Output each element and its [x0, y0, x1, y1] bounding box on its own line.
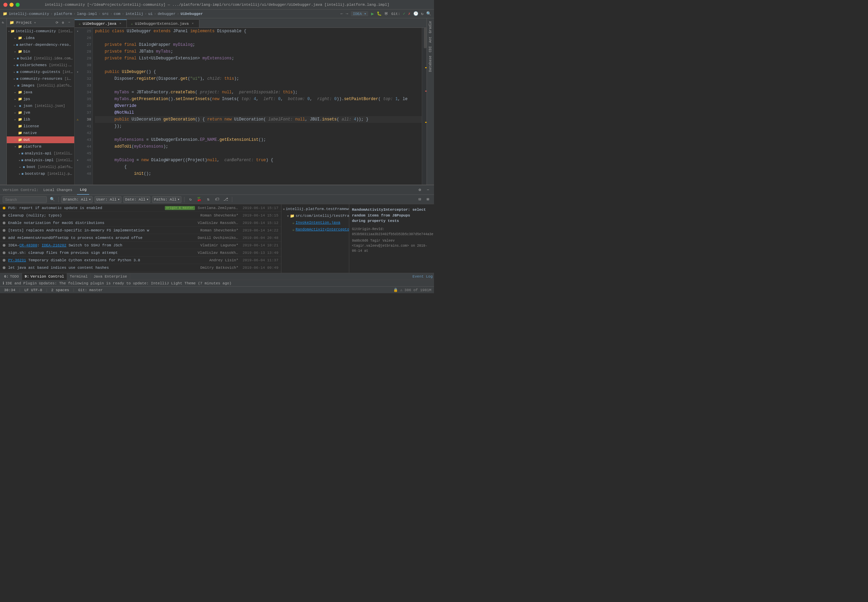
tree-item-out[interactable]: ▸ 📁 out [7, 137, 74, 143]
panel-layout2-icon[interactable]: ⊞ [424, 196, 431, 203]
breadcrumb-platform[interactable]: platform [54, 12, 72, 16]
vc-search-icon[interactable]: 🔍 [49, 196, 56, 203]
vc-minimize-icon[interactable]: − [424, 187, 431, 194]
paths-dropdown[interactable]: Paths: All ▾ [152, 196, 181, 203]
heap-usage[interactable]: 386 of 1981M [404, 288, 431, 292]
ant-panel-label[interactable]: Ant [428, 35, 433, 44]
commit-row-6[interactable]: sign.sh: cleanup files from previous sig… [0, 249, 281, 256]
git-check-icon[interactable]: ✓ [403, 11, 405, 16]
code-lines[interactable]: public class UiDebugger extends JPanel i… [93, 28, 422, 184]
file-tree-random[interactable]: ☕ RandomActivityInterceptor.java [282, 226, 349, 233]
user-dropdown[interactable]: User: All ▾ [95, 196, 121, 203]
tree-item-analysis-impl[interactable]: ▸ ◼ analysis-impl [intellij.platform.ana… [7, 157, 74, 164]
tree-item-jvm[interactable]: ▸ 📁 jvm [7, 109, 74, 116]
commit-row-1[interactable]: Cleanup (nullity; typos) Roman Shevchenk… [0, 212, 281, 219]
file-tree-module[interactable]: ▾ intellij.platform.testFramework 2 file… [282, 206, 349, 212]
tree-item-lib[interactable]: ▸ 📁 lib [7, 116, 74, 123]
invoke-file-label[interactable]: InvokeIntention.java [295, 221, 340, 225]
coverage-icon[interactable]: ⛨ [384, 11, 389, 16]
branch-compare-icon[interactable]: ⇅ [205, 196, 211, 203]
tree-item-guitests[interactable]: ▸ ◼ community-guitests [intellij.idea.co… [7, 69, 74, 75]
commit-row-5[interactable]: IDEA-CR-48380: IDEA-216202 Switch to SSH… [0, 242, 281, 249]
tag-icon[interactable]: 🏷 [214, 196, 220, 203]
breadcrumb-current[interactable]: UiDebugger [181, 12, 203, 16]
file-tree-dir[interactable]: ▾ 📁 src/com/intellij/testFramework/prope… [282, 212, 349, 219]
sync-icon[interactable]: ⟳ [55, 20, 59, 25]
project-strip-icon[interactable]: P [1, 20, 6, 25]
commit-graph-icon[interactable]: ⎇ [222, 196, 229, 203]
cdi-panel-label[interactable]: CDI [428, 45, 433, 54]
tab-log[interactable]: Log [77, 185, 89, 195]
tree-item-platform[interactable]: ▾ 📁 platform [7, 143, 74, 150]
scrollbar-thumb[interactable] [424, 28, 427, 48]
tab-uidebugger[interactable]: ☕ UiDebugger.java × [75, 19, 127, 28]
btab-todo[interactable]: 6: TODO [2, 273, 22, 280]
btab-vc[interactable]: 9: Version Control [22, 273, 67, 280]
tree-item-json[interactable]: ▸ ◼ json [intellij.json] [7, 103, 74, 109]
tree-item-jps[interactable]: ▸ 📁 jps [7, 96, 74, 103]
breadcrumb-src[interactable]: src [102, 12, 109, 16]
breadcrumb-intellij[interactable]: intellij [126, 12, 144, 16]
tree-item-resources[interactable]: ▸ ◼ community-resources [intellij.idea.c… [7, 75, 74, 82]
commit-row-2[interactable]: Enable notarization for macOS distributi… [0, 219, 281, 227]
tree-item-bootstrap[interactable]: ▸ ◼ bootstrap [intellij.platform.bootstr… [7, 170, 74, 177]
vc-settings-icon[interactable]: ⚙ [416, 187, 423, 194]
commit-row-0[interactable]: FUS: report if automatic update is enabl… [0, 204, 281, 212]
refresh-commits-icon[interactable]: ↻ [187, 196, 194, 203]
date-dropdown[interactable]: Date: All ▾ [123, 196, 150, 203]
tree-item-aether[interactable]: ▸ ◼ aether-dependency-resolver [intellij… [7, 41, 74, 48]
branch-dropdown[interactable]: Branch: All ▾ [61, 196, 93, 203]
debug-icon[interactable]: 🐛 [377, 11, 382, 16]
breadcrumb-com[interactable]: com [113, 12, 120, 16]
breadcrumb-ui[interactable]: ui [148, 12, 153, 16]
run-icon[interactable]: ▶ [371, 11, 374, 17]
clock-icon[interactable]: 🕐 [413, 11, 418, 16]
gear-icon[interactable]: ⚙ [61, 20, 66, 25]
tab-close-2[interactable]: × [191, 22, 195, 26]
git-x-icon[interactable]: ✗ [408, 11, 410, 16]
idea-dropdown[interactable]: IDEA ▾ [351, 11, 369, 16]
navigate-back-icon[interactable]: ← [340, 12, 343, 16]
breadcrumb-langimpl[interactable]: lang-impl [77, 12, 97, 16]
tree-item-idea[interactable]: ▸ 📁 .idea [7, 35, 74, 41]
close-button[interactable] [3, 3, 8, 7]
tree-item-java[interactable]: ▸ 📁 java [7, 89, 74, 96]
commit-row-7[interactable]: PY-36231 Temporary disable Cython extens… [0, 256, 281, 264]
project-panel-dropdown-icon[interactable]: ▾ [34, 21, 36, 25]
database-panel-label[interactable]: Database [428, 54, 433, 73]
gradle-panel-label[interactable]: Gradle [428, 20, 433, 35]
tree-item-native[interactable]: ▸ 📁 native [7, 130, 74, 137]
panel-layout-icon[interactable]: ⊟ [416, 196, 423, 203]
navigate-forward-icon[interactable]: → [346, 12, 348, 16]
search-icon[interactable]: 🔍 [426, 11, 431, 16]
commit-row-3[interactable]: [tests] replaces Android-specific in-mem… [0, 227, 281, 234]
tree-item-root[interactable]: ▾ 📁 intellij-community [intellij.idea.co… [7, 28, 74, 35]
tree-item-analysis-api[interactable]: ▸ ◼ analysis-api [intellij.platform.anal… [7, 150, 74, 157]
gutter-fold-31[interactable]: ▾ [75, 69, 81, 75]
tree-item-colorschemes[interactable]: ▸ ◼ colorSchemes [intellij.platform.colo… [7, 62, 74, 69]
btab-java-enterprise[interactable]: Java Enterprise [91, 273, 130, 280]
gutter-fold-25[interactable]: ▾ [75, 28, 81, 35]
tab-local-changes[interactable]: Local Changes [41, 185, 75, 195]
tab-close-1[interactable]: × [118, 22, 122, 26]
tree-item-license[interactable]: ▸ 📁 license [7, 123, 74, 130]
tree-item-boot[interactable]: ▸ ◼ boot [intellij.platform.boot] [7, 164, 74, 170]
event-log-label[interactable]: Event Log [413, 275, 433, 279]
breadcrumb-debugger[interactable]: debugger [158, 12, 176, 16]
breadcrumb-community[interactable]: intellij-community [9, 12, 49, 16]
gutter-38[interactable]: ⚠ [75, 116, 81, 123]
gutter-fold-46[interactable]: ▾ [75, 157, 81, 164]
tab-uidebuggerext[interactable]: ☕ UiDebuggerExtension.java × [127, 19, 199, 28]
btab-terminal[interactable]: Terminal [67, 273, 91, 280]
maximize-button[interactable] [15, 3, 20, 7]
tree-item-images[interactable]: ▸ ◼ images [intellij.platform.images] [7, 82, 74, 89]
tree-item-build[interactable]: ▸ ◼ build [intellij.idea.community.build… [7, 55, 74, 62]
refresh-icon[interactable]: ↻ [421, 11, 424, 16]
tree-item-bin[interactable]: ▸ 📁 bin [7, 48, 74, 55]
random-file-label[interactable]: RandomActivityInterceptor.java [295, 227, 349, 232]
commit-row-8[interactable]: let java ast based indices use content h… [0, 264, 281, 272]
commit-row-4[interactable]: add #elementsAroundOffsetUp to process e… [0, 234, 281, 242]
vc-search-input[interactable] [3, 196, 47, 203]
collapse-icon[interactable]: − [67, 20, 72, 25]
file-tree-invoke[interactable]: ☕ InvokeIntention.java [282, 219, 349, 226]
